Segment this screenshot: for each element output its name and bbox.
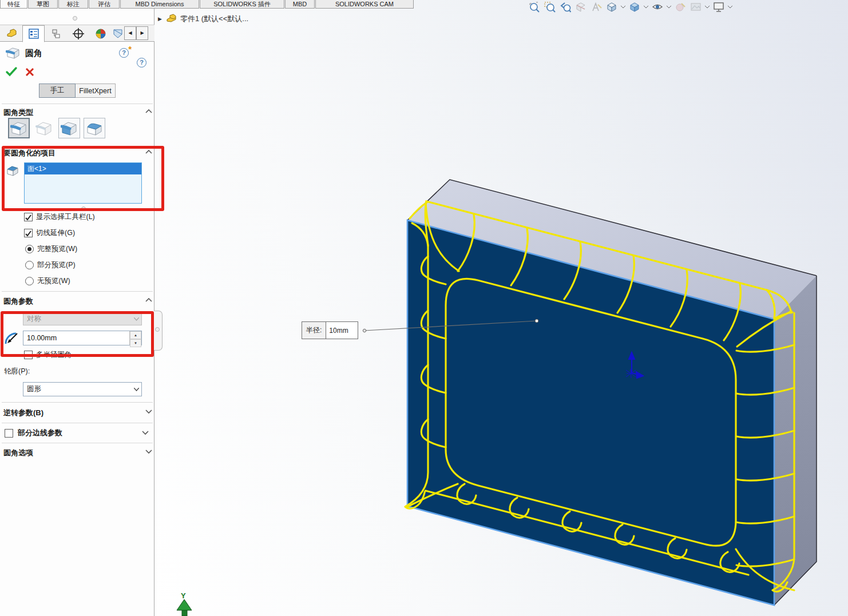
fillet-type-section-header[interactable]: 圆角类型 <box>3 107 152 117</box>
previous-view-icon[interactable] <box>558 0 572 14</box>
expand-tree-icon[interactable]: ▶ <box>158 16 162 22</box>
variable-size-fillet-button[interactable] <box>33 118 55 138</box>
collapse-chevron-icon[interactable] <box>145 298 152 303</box>
apply-scene-icon <box>689 0 703 14</box>
zoom-to-area-icon[interactable] <box>543 0 557 14</box>
partial-edge-parameters-section-header[interactable]: 部分边线参数 <box>5 427 152 439</box>
help-icon[interactable]: ? <box>137 58 146 67</box>
cam-tree-tab[interactable] <box>112 25 124 42</box>
tab-features[interactable]: 特征 <box>0 0 27 9</box>
collapse-chevron-icon[interactable] <box>145 109 152 114</box>
show-toolbar-option[interactable]: 显示选择工具栏(L) <box>24 212 95 222</box>
view-settings-caret-icon[interactable] <box>727 0 733 14</box>
checkbox-checked-icon[interactable] <box>24 213 33 221</box>
checkbox-checked-icon[interactable] <box>24 229 33 237</box>
display-manager-tab[interactable] <box>89 25 112 42</box>
tab-annotation[interactable]: 标注 <box>58 0 88 9</box>
annotations-icon <box>589 0 603 14</box>
tab-scroll-right-button[interactable]: ▶ <box>136 26 148 40</box>
tab-solidworks-addins[interactable]: SOLIDWORKS 插件 <box>200 0 284 9</box>
fillet-parameters-section-header[interactable]: 圆角参数 <box>3 296 152 306</box>
cancel-button[interactable] <box>25 67 34 77</box>
edit-appearance-icon <box>673 0 687 14</box>
dimxpert-manager-tab[interactable] <box>67 25 89 42</box>
view-orientation-caret-icon[interactable] <box>620 0 626 14</box>
tangent-propagation-option[interactable]: 切线延伸(G) <box>24 228 75 238</box>
y-axis-label: Y <box>181 591 186 600</box>
view-settings-icon[interactable] <box>712 0 726 14</box>
partial-preview-option[interactable]: 部分预览(P) <box>25 260 76 270</box>
radio-selected-icon[interactable] <box>25 245 34 253</box>
display-style-icon[interactable] <box>628 0 641 14</box>
radio-icon[interactable] <box>25 261 34 269</box>
panel-title: 圆角 <box>25 48 42 59</box>
expand-chevron-icon[interactable] <box>145 450 152 454</box>
annotation-box-items-to-fillet <box>2 146 164 211</box>
section-view-icon <box>574 0 588 14</box>
no-preview-option[interactable]: 无预览(W) <box>25 276 70 286</box>
profile-dropdown[interactable]: 圆形 <box>23 382 142 396</box>
ok-button[interactable] <box>5 66 18 77</box>
tab-scroll-left-button[interactable]: ◀ <box>124 26 136 40</box>
radius-callout-label: 半径: <box>302 321 326 339</box>
panel-flyout-handle[interactable] <box>154 311 163 351</box>
zoom-to-fit-icon[interactable] <box>528 0 541 14</box>
hide-show-caret-icon[interactable] <box>666 0 672 14</box>
display-style-caret-icon[interactable] <box>643 0 649 14</box>
expand-chevron-icon[interactable] <box>142 431 149 435</box>
fillet-feature-icon <box>6 46 21 59</box>
full-preview-option[interactable]: 完整预览(W) <box>25 244 77 254</box>
mode-toggle: 手工 FilletXpert <box>39 84 116 98</box>
part-name[interactable]: 零件1 (默认<<默认... <box>180 14 248 24</box>
whats-new-help-icon[interactable]: ?* <box>119 48 129 58</box>
view-orientation-icon[interactable] <box>605 0 619 14</box>
constant-size-fillet-button[interactable] <box>8 118 30 138</box>
divider <box>2 104 153 104</box>
chevron-down-icon <box>134 388 139 391</box>
tab-solidworks-cam[interactable]: SOLIDWORKS CAM <box>315 0 414 9</box>
divider <box>2 443 153 443</box>
radius-callout-value[interactable]: 10mm <box>326 321 358 339</box>
tab-mbd-dimensions[interactable]: MBD Dimensions <box>120 0 199 9</box>
fillet-options-section-header[interactable]: 圆角选项 <box>3 447 152 458</box>
fillet-type-buttons <box>8 118 105 138</box>
full-round-fillet-button[interactable] <box>84 118 105 138</box>
panel-splitter-handle[interactable] <box>73 16 77 21</box>
flyout-grip-icon <box>155 327 160 332</box>
radio-icon[interactable] <box>25 277 34 285</box>
tab-sketch[interactable]: 草图 <box>28 0 58 9</box>
divider <box>2 402 153 403</box>
manager-tab-strip: ◀ ▶ <box>0 25 154 42</box>
divider <box>2 423 153 423</box>
apply-scene-caret-icon[interactable] <box>704 0 710 14</box>
tab-evaluate[interactable]: 评估 <box>89 0 120 9</box>
divider <box>2 291 153 292</box>
checkbox-icon[interactable] <box>5 429 13 438</box>
expand-chevron-icon[interactable] <box>145 410 152 414</box>
manual-mode-tab[interactable]: 手工 <box>39 84 76 98</box>
breadcrumb[interactable]: ▶ 零件1 (默认<<默认... <box>158 14 248 24</box>
hide-show-items-icon[interactable] <box>651 0 664 14</box>
command-tabs: 特征 草图 标注 评估 MBD Dimensions SOLIDWORKS 插件… <box>0 0 414 9</box>
part-icon <box>165 14 177 24</box>
tab-mbd[interactable]: MBD <box>285 0 315 9</box>
property-manager-panel: ◀ ▶ 圆角 ?* ? 手工 FilletXpert 圆角类型 <box>0 0 154 616</box>
property-manager-tab[interactable] <box>22 25 45 42</box>
annotation-box-radius <box>1 311 154 357</box>
radius-callout: 半径: 10mm <box>302 321 358 339</box>
setback-parameters-section-header[interactable]: 逆转参数(B) <box>3 407 152 418</box>
feature-manager-tree-tab[interactable] <box>0 25 22 42</box>
viewport-background <box>154 0 848 616</box>
profile-label: 轮廓(P): <box>4 367 30 376</box>
filletxpert-mode-tab[interactable]: FilletXpert <box>76 84 116 98</box>
configuration-manager-tab[interactable] <box>45 25 67 42</box>
face-fillet-button[interactable] <box>58 118 80 138</box>
headsup-toolbar <box>528 0 733 14</box>
